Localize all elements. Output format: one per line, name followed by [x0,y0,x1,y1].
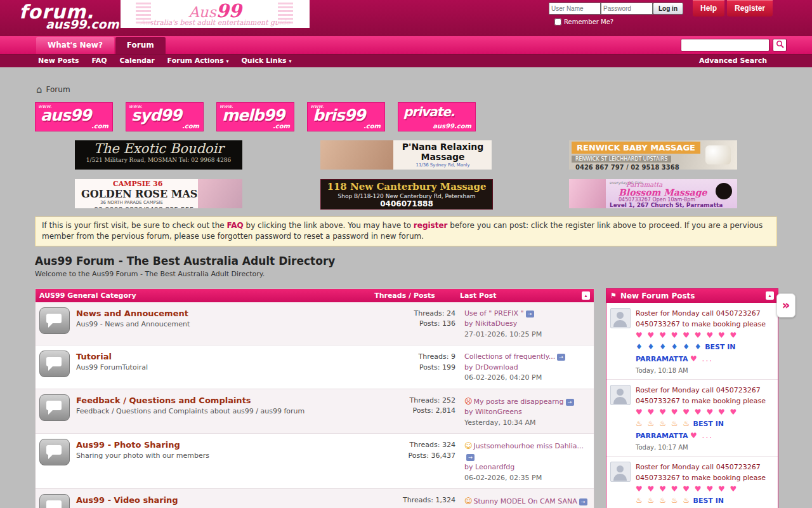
cat-emoji-icon: ☺ [464,497,473,505]
nav-calendar[interactable]: Calendar [119,57,154,65]
banner-aus99[interactable]: www. aus99 .com [35,102,113,131]
angry-emoji-icon: ☹ [464,397,473,406]
forum-row[interactable]: Feedback / Questions and Complaints Feed… [36,389,594,434]
breadcrumb-forum[interactable]: Forum [46,85,70,94]
goto-last-post-icon[interactable]: → [526,311,534,318]
forum-row[interactable]: News and Annoucement Aus99 - News and An… [36,302,594,346]
banner-syd99[interactable]: www. syd99 .com [126,102,204,131]
forum-row[interactable]: Aus99 - Photo Sharing Sharing your photo… [36,434,594,489]
notice-text: by clicking the link above. You may have… [244,221,414,230]
banner-name: aus99 [41,106,91,124]
sidebar-post[interactable]: Roster for Monday call 0450723267 045073… [606,303,778,380]
ad-blossom-massage[interactable]: everyday 10 Girls Parramatta Blossom Mas… [569,179,737,208]
last-post-author[interactable]: by Leonardfdg [464,462,590,473]
last-post-date: 27-01-2026, 10:25 PM [464,330,590,340]
site-logo[interactable]: forum. aus99.com [19,1,119,31]
last-post-author[interactable]: by NikitaDuesy [464,319,590,330]
forum-link[interactable]: News and Annoucement [76,309,379,318]
banner-private-aus99[interactable]: private. aus99.com [398,102,476,131]
last-post-link[interactable]: Use of " PREFIX " [464,309,524,318]
register-button[interactable]: Register [727,0,773,17]
ad-photo [705,145,731,164]
tab-forum[interactable]: Forum [115,37,166,54]
banner-melb99[interactable]: www. melb99 .com [216,102,294,131]
goto-last-post-icon[interactable]: → [566,399,574,406]
last-post-cell: ☺Justsomehourhoe miss Dahlia...→ by Leon… [455,439,590,483]
goto-last-post-icon[interactable]: → [557,354,565,361]
ad-exotic-boudoir[interactable]: The Exotic Boudoir 1/521 Military Road, … [75,140,242,170]
last-post-cell: Use of " PREFIX "→ by NikitaDuesy 27-01-… [455,307,590,340]
banner-tld: .com [182,123,199,130]
remember-me[interactable]: Remember Me? [554,18,613,25]
banner-tld: aus99.com [433,123,471,130]
forum-link[interactable]: Feedback / Questions and Complaints [76,396,379,405]
nav-quick-links[interactable]: Quick Links ▾ [241,57,291,65]
ad-address: RENWICK ST LEICHHARDT UPSTAIRS [572,156,671,163]
search-input[interactable] [681,39,769,51]
main-content: AUS99 General Category Threads / Posts L… [35,288,812,508]
ad-golden-rose-massage[interactable]: CAMPSIE 36 GOLDEN ROSE MASSAGE 36 NORTH … [75,179,242,208]
remember-me-checkbox[interactable] [554,18,561,25]
heart-emoji: ♥ ... [690,354,713,363]
collapse-sidebar-button[interactable]: ▴ [766,291,774,300]
banner-name: bris99 [313,106,365,124]
ad-pnana-massage[interactable]: P'Nana Relaxing Massage 11/36 Sydney Rd,… [320,140,492,170]
last-post-cell: ☺Stunny MODEL On CAM SANA→ by GoldMeow88… [455,494,590,508]
forum-link[interactable]: Aus99 - Photo Sharing [76,440,379,450]
forum-status-icon [39,494,70,508]
avatar [610,385,631,405]
last-post-author[interactable]: by WiltonGreens [464,407,590,418]
last-post-link[interactable]: Stunny MODEL On CAM SANA [474,497,577,505]
post-text: Roster for Monday call 0450723267 045073… [636,463,766,482]
smiley-emoji-icon: ☺ [464,441,473,450]
ad-photo [569,179,606,208]
home-icon[interactable]: ⌂ [36,84,43,95]
nav-new-posts[interactable]: New Posts [38,57,79,65]
site-header: forum. aus99.com Aus99 Australia's best … [0,0,812,36]
ad-renwick-massage[interactable]: RENWICK BABY MASSAGE RENWICK ST LEICHHAR… [569,140,737,170]
nav-forum-actions[interactable]: Forum Actions ▾ [167,57,229,65]
banner-name: syd99 [131,106,181,124]
header-banner-ad[interactable]: Aus99 Australia's best adult entertainme… [121,0,310,28]
collapse-category-button[interactable]: ▴ [582,291,590,300]
category-header: AUS99 General Category Threads / Posts L… [36,289,594,302]
forum-stats: Threads: 252 Posts: 2,814 [379,394,455,417]
ad-phone: 0426 867 797 / 02 9518 3368 [575,164,737,170]
page-root: { "colors":{"accent":"#d6116b","header_b… [0,0,812,508]
tab-whats-new[interactable]: What's New? [36,37,114,54]
ad-title: Blossom Massage [619,187,707,197]
register-link[interactable]: register [414,221,448,230]
advanced-search-link[interactable]: Advanced Search [699,55,767,67]
forum-link[interactable]: Tutorial [76,352,379,361]
sidebar-expand-button[interactable]: » [776,293,796,318]
forum-row[interactable]: Tutorial Aus99 ForumTutoiral Threads: 9 … [36,345,594,389]
banner-bris99[interactable]: www. bris99 .com [307,102,385,131]
avatar [610,462,631,482]
nav-faq[interactable]: FAQ [91,57,107,65]
username-field[interactable] [549,3,601,15]
faq-link[interactable]: FAQ [226,221,243,230]
forum-link[interactable]: Aus99 - Video sharing [76,495,379,505]
ad-canterbury-massage[interactable]: 118 New Canterbury Massage Shop B/118-12… [320,179,493,210]
chevron-down-icon: ▾ [289,58,291,64]
goto-last-post-icon[interactable]: → [579,498,587,505]
ad-photo [320,140,393,170]
forum-row[interactable]: Aus99 - Video sharing Sharing your Video… [36,489,594,508]
last-post-date: 06-02-2026, 02:35 PM [464,473,590,484]
goto-last-post-icon[interactable]: → [466,454,475,461]
last-post-link[interactable]: Justsomehourhoe miss Dahlia... [474,442,584,450]
ad-address: Level 1, 267 Church St, Parramatta [610,202,723,208]
last-post-author[interactable]: by DrDownload [464,363,590,373]
sidebar-post[interactable]: Roster for Monday call 0450723267 045073… [606,457,778,508]
login-button[interactable]: Log in [653,3,683,15]
search-box [681,39,787,51]
sidebar-post[interactable]: Roster for Monday call 0450723267 045073… [606,380,778,457]
last-post-link[interactable]: My posts are disappearng [474,398,564,406]
search-button[interactable] [773,39,787,51]
help-button[interactable]: Help [693,0,724,17]
forum-status-icon [39,394,70,421]
last-post-link[interactable]: Collections of frequently... [464,352,555,361]
password-field[interactable] [601,3,653,15]
ad-banner-grid: The Exotic Boudoir 1/521 Military Road, … [0,140,812,208]
page-title: Aus99 Forum - The Best Australia Adult D… [35,255,812,267]
